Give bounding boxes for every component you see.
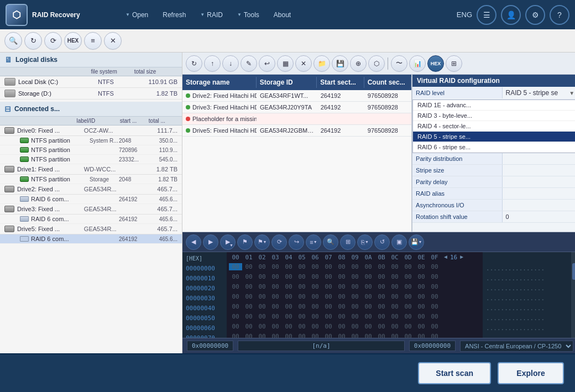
hex-back-btn[interactable]: ◀ — [186, 234, 201, 250]
drive5-item[interactable]: Drive5: Fixed ... GEA534R... 465.7... — [0, 224, 182, 234]
raid-option-5[interactable]: RAID 5 - stripe se... — [413, 132, 575, 142]
search-button[interactable]: 🔍 — [4, 32, 22, 50]
hex-byte[interactable]: 00 — [242, 323, 255, 330]
raid-option-1e[interactable]: RAID 1E - advanc... — [413, 100, 575, 111]
hex-byte[interactable]: 00 — [282, 313, 295, 320]
parity-delay-value[interactable] — [503, 180, 575, 184]
hex-byte[interactable]: 00 — [362, 273, 375, 280]
start-scan-button[interactable]: Start scan — [418, 362, 491, 384]
hex-list-btn[interactable]: ≡▼ — [306, 234, 321, 250]
hex-byte[interactable]: 00 — [375, 313, 388, 320]
hex-byte[interactable]: 00 — [362, 293, 375, 300]
hex-fit-btn[interactable]: ⊞ — [340, 234, 356, 250]
help-button[interactable]: ? — [550, 5, 569, 25]
hex-bookmark2-btn[interactable]: ⚑▼ — [254, 234, 270, 250]
hex-byte[interactable]: 00 — [322, 333, 335, 338]
page-left-arrow[interactable]: ◄ — [441, 254, 450, 261]
rt-down-btn[interactable]: ↓ — [222, 55, 239, 72]
hex-byte[interactable]: 00 — [388, 323, 401, 330]
hex-byte[interactable]: 00 — [242, 313, 255, 320]
hex-byte[interactable]: 00 — [375, 273, 388, 280]
hex-byte[interactable]: 00 — [229, 333, 242, 338]
hex-view-button[interactable]: HEX — [64, 32, 82, 50]
hex-byte[interactable]: 00 — [348, 293, 362, 300]
raid-option-3[interactable]: RAID 3 - byte-leve... — [413, 111, 575, 121]
hex-byte[interactable]: 00 — [309, 333, 322, 338]
table-row[interactable]: Drive3: Fixed Hitachi HDP7250... GEA534R… — [182, 102, 411, 113]
hex-byte[interactable]: 00 — [322, 323, 335, 330]
page-right-arrow[interactable]: ► — [457, 254, 466, 261]
hex-byte[interactable]: 00 — [375, 333, 388, 338]
hex-byte[interactable]: 00 — [282, 263, 295, 270]
hex-jump-btn[interactable]: ▶▼ — [220, 234, 236, 250]
hex-view-toggle-btn[interactable]: ▣ — [391, 234, 407, 250]
hex-byte[interactable]: 00 — [282, 303, 295, 310]
hex-byte[interactable]: 00 — [401, 313, 415, 320]
raid-level-value[interactable]: RAID 5 - stripe se ▼ — [503, 87, 575, 99]
scan-button[interactable]: ↻ — [24, 32, 42, 50]
rotation-shift-value[interactable]: 0 — [503, 211, 575, 222]
hex-byte[interactable]: 00 — [388, 273, 401, 280]
hex-byte[interactable]: 00 — [295, 283, 309, 290]
hex-byte[interactable]: 00 — [322, 313, 335, 320]
rt-wave-btn[interactable]: 〜 — [391, 55, 407, 72]
hex-byte[interactable]: 00 — [255, 283, 269, 290]
hex-byte[interactable]: 00 — [309, 263, 322, 270]
hex-byte[interactable]: 00 — [255, 313, 269, 320]
rt-rotate-btn[interactable]: ↻ — [186, 55, 202, 72]
drive2-item[interactable]: Drive2: Fixed ... GEA534R... 465.7... — [0, 184, 182, 195]
raid-option-6[interactable]: RAID 6 - stripe se... — [413, 142, 575, 153]
hex-byte[interactable]: 00 — [401, 333, 415, 338]
hex-byte[interactable]: 00 — [415, 303, 428, 310]
hex-byte[interactable]: 00 — [229, 303, 242, 310]
hex-byte[interactable]: 00 — [335, 323, 348, 330]
hex-byte[interactable]: 00 — [255, 293, 269, 300]
hex-byte[interactable]: 00 — [295, 333, 309, 338]
hex-byte[interactable]: 00 — [322, 283, 335, 290]
hex-byte[interactable]: 00 — [229, 313, 242, 320]
hex-byte[interactable]: 00 — [428, 283, 441, 290]
hex-byte[interactable]: 00 — [375, 303, 388, 310]
hex-byte[interactable]: 00 — [335, 273, 348, 280]
rt-folder-btn[interactable]: 📁 — [313, 55, 330, 72]
hex-byte[interactable]: 00 — [362, 333, 375, 338]
hex-byte[interactable]: 00 — [335, 333, 348, 338]
hex-byte[interactable]: 00 — [229, 293, 242, 300]
user-button[interactable]: 👤 — [501, 5, 521, 25]
hex-byte[interactable]: 00 — [388, 333, 401, 338]
hex-copy-btn[interactable]: ⎘▼ — [357, 234, 373, 250]
hex-byte[interactable]: 00 — [348, 283, 362, 290]
hex-byte[interactable]: 00 — [335, 263, 348, 270]
hex-next-btn[interactable]: ↪ — [289, 234, 304, 250]
hex-byte[interactable]: 00 — [362, 313, 375, 320]
hex-byte[interactable]: 00 — [415, 273, 428, 280]
hex-byte[interactable]: 00 — [255, 333, 269, 338]
hex-byte[interactable]: 00 — [269, 293, 282, 300]
hex-byte[interactable]: 00 — [335, 293, 348, 300]
hex-byte[interactable]: 00 — [229, 283, 242, 290]
hex-encoding-select[interactable]: ANSI - Central European / CP-1250 — [460, 341, 573, 352]
hex-byte[interactable]: 00 — [348, 323, 362, 330]
hex-byte[interactable]: 00 — [388, 303, 401, 310]
rt-layers-btn[interactable]: ⊕ — [350, 55, 367, 72]
table-row[interactable]: Drive5: Fixed Hitachi HDP7250... GEA534R… — [182, 125, 411, 137]
hex-byte[interactable]: 00 — [322, 263, 335, 270]
hex-byte[interactable]: 00 — [269, 303, 282, 310]
hex-byte[interactable]: 00 — [229, 263, 242, 270]
hex-byte[interactable]: 00 — [415, 283, 428, 290]
hex-byte[interactable]: 00 — [269, 263, 282, 270]
rt-up-btn[interactable]: ↑ — [204, 55, 221, 72]
rt-undo-btn[interactable]: ↩ — [259, 55, 275, 72]
hex-byte[interactable]: 00 — [401, 293, 415, 300]
hex-byte[interactable]: 00 — [309, 303, 322, 310]
rt-chart-btn[interactable]: 📊 — [409, 55, 426, 72]
hex-byte[interactable]: 00 — [229, 323, 242, 330]
hex-byte[interactable]: 00 — [335, 313, 348, 320]
hex-byte[interactable]: 00 — [335, 303, 348, 310]
hex-byte[interactable]: 00 — [282, 293, 295, 300]
hex-byte[interactable]: 00 — [282, 273, 295, 280]
hex-byte[interactable]: 00 — [309, 293, 322, 300]
hex-byte[interactable]: 00 — [348, 263, 362, 270]
hex-forward-btn[interactable]: ▶ — [203, 234, 218, 250]
hex-byte[interactable]: 00 — [401, 273, 415, 280]
